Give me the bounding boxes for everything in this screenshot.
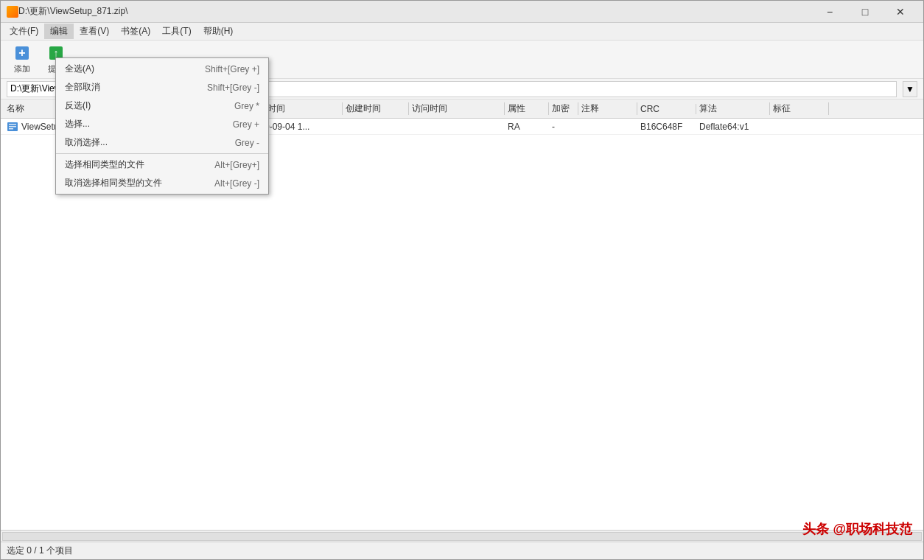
col-crc[interactable]: CRC [637, 104, 696, 114]
watermark: 头条 @职场科技范 [802, 520, 912, 538]
file-attr-cell: RA [505, 122, 549, 132]
invert-selection-item[interactable]: 反选(I) Grey * [56, 97, 268, 115]
select-same-type-shortcut: Alt+[Grey+] [214, 160, 259, 170]
minimize-button[interactable]: − [813, 1, 847, 23]
maximize-button[interactable]: □ [848, 1, 882, 23]
col-attr[interactable]: 属性 [505, 102, 549, 115]
window-title: D:\更新\ViewSetup_871.zip\ [18, 5, 813, 18]
scrollbar-track[interactable] [2, 532, 922, 541]
menu-bar: 文件(F) 编辑 查看(V) 书签(A) 工具(T) 帮助(H) [1, 23, 923, 41]
svg-rect-6 [9, 126, 16, 127]
menu-view[interactable]: 查看(V) [74, 24, 115, 39]
col-encrypted[interactable]: 加密 [549, 102, 578, 115]
address-dropdown[interactable]: ▼ [903, 81, 917, 97]
select-all-shortcut: Shift+[Grey +] [205, 64, 259, 74]
menu-file[interactable]: 文件(F) [4, 24, 44, 39]
invert-shortcut: Grey * [234, 101, 259, 111]
file-algorithm-cell: Deflate64:v1 [696, 122, 770, 132]
menu-help[interactable]: 帮助(H) [197, 24, 239, 39]
deselect-same-type-label: 取消选择相同类型的文件 [65, 177, 162, 189]
col-accessed[interactable]: 访问时间 [409, 102, 505, 115]
file-crc-cell: B16C648F [637, 122, 696, 132]
add-button[interactable]: + 添加 [7, 43, 38, 76]
add-icon: + [13, 44, 31, 62]
menu-edit[interactable]: 编辑 [44, 24, 74, 39]
select-label: 选择... [65, 118, 90, 130]
close-button[interactable]: ✕ [883, 1, 917, 23]
status-bar: 选定 0 / 1 个项目 [1, 542, 923, 559]
svg-rect-5 [9, 124, 16, 125]
deselect-same-type-shortcut: Alt+[Grey -] [214, 178, 259, 189]
title-bar: D:\更新\ViewSetup_871.zip\ − □ ✕ [1, 1, 923, 23]
select-shortcut: Grey + [233, 119, 259, 130]
horizontal-scrollbar[interactable] [1, 530, 923, 542]
select-same-type-label: 选择相同类型的文件 [65, 158, 144, 171]
deselect-all-label: 全部取消 [65, 81, 100, 94]
col-comment[interactable]: 注释 [578, 102, 637, 115]
deselect-shortcut: Grey - [235, 138, 259, 148]
col-created[interactable]: 创建时间 [343, 102, 409, 115]
svg-rect-7 [9, 128, 13, 130]
col-marker[interactable]: 标征 [770, 102, 829, 115]
deselect-all-item[interactable]: 全部取消 Shift+[Grey -] [56, 78, 268, 97]
col-algorithm[interactable]: 算法 [696, 102, 770, 115]
window-controls: − □ ✕ [813, 1, 917, 23]
status-text: 选定 0 / 1 个项目 [7, 545, 73, 557]
deselect-label: 取消选择... [65, 136, 108, 149]
select-all-label: 全选(A) [65, 63, 94, 75]
edit-dropdown-menu: 全选(A) Shift+[Grey +] 全部取消 Shift+[Grey -]… [55, 57, 269, 195]
app-icon [7, 6, 18, 18]
deselect-item[interactable]: 取消选择... Grey - [56, 133, 268, 152]
file-encrypted-cell: - [549, 122, 578, 132]
deselect-same-type-item[interactable]: 取消选择相同类型的文件 Alt+[Grey -] [56, 174, 268, 192]
select-all-item[interactable]: 全选(A) Shift+[Grey +] [56, 60, 268, 78]
menu-bookmark[interactable]: 书签(A) [115, 24, 156, 39]
invert-label: 反选(I) [65, 99, 91, 112]
file-icon [7, 121, 18, 133]
select-same-type-item[interactable]: 选择相同类型的文件 Alt+[Grey+] [56, 155, 268, 174]
menu-tools[interactable]: 工具(T) [156, 24, 197, 39]
select-item[interactable]: 选择... Grey + [56, 115, 268, 133]
deselect-all-shortcut: Shift+[Grey -] [207, 83, 259, 93]
add-label: 添加 [14, 63, 30, 74]
menu-separator [56, 153, 268, 154]
svg-text:+: + [18, 46, 25, 59]
